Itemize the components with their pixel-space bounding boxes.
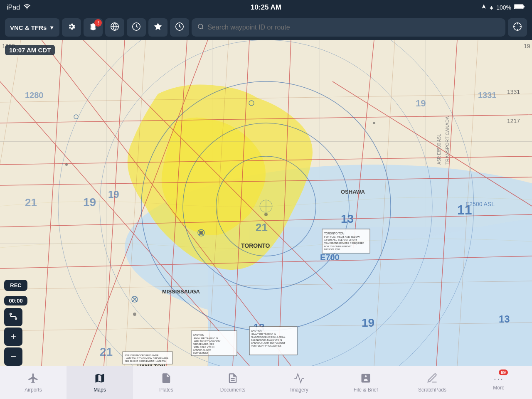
svg-text:1217: 1217: [507, 118, 520, 124]
svg-text:FOR VFR PROCEDURES OVER: FOR VFR PROCEDURES OVER: [125, 354, 159, 357]
status-bar: iPad 10:25 AM ∗ 100%: [0, 0, 532, 15]
recents-icon: [175, 22, 184, 33]
svg-point-6: [198, 24, 203, 29]
rec-label: REC: [10, 282, 21, 288]
svg-text:HEAVY IFR TRAFFIC IN: HEAVY IFR TRAFFIC IN: [193, 337, 218, 340]
scratchpads-icon: [426, 372, 438, 386]
svg-rect-1: [523, 6, 525, 7]
map-type-button[interactable]: VNC & TFRs ▼: [5, 18, 59, 37]
svg-point-92: [264, 213, 268, 216]
airports-label: Airports: [25, 387, 42, 393]
battery-icon: [514, 4, 525, 11]
svg-text:TRANSPONDER MODE C REQUIRED: TRANSPONDER MODE C REQUIRED: [324, 242, 364, 244]
svg-text:ASR E8500 ASL: ASR E8500 ASL: [437, 134, 441, 165]
svg-text:19: 19: [524, 43, 530, 49]
svg-text:21: 21: [256, 221, 268, 234]
svg-point-93: [199, 231, 203, 235]
settings-button[interactable]: [62, 18, 81, 37]
svg-text:FOR FLIGHT PROCEDURES: FOR FLIGHT PROCEDURES: [251, 345, 281, 347]
favorites-button[interactable]: [148, 18, 167, 37]
airports-icon: [27, 372, 39, 386]
filebrief-icon: [360, 372, 372, 386]
minus-icon: −: [10, 351, 16, 362]
maps-label: Maps: [94, 387, 106, 393]
svg-text:12 000 ASL SEE VTA CHART: 12 000 ASL SEE VTA CHART: [324, 239, 357, 241]
svg-text:E2500 ASL: E2500 ASL: [466, 201, 495, 207]
more-label: More: [493, 385, 504, 391]
recents-button[interactable]: [170, 18, 189, 37]
svg-point-96: [373, 122, 375, 124]
svg-text:13: 13: [341, 212, 354, 225]
svg-text:HEAVY IFR TRAFFIC IN: HEAVY IFR TRAFFIC IN: [251, 333, 276, 335]
svg-text:CAUTION: CAUTION: [251, 330, 262, 332]
more-badge: 69: [499, 369, 508, 375]
tab-scratchpads[interactable]: ScratchPads: [399, 366, 466, 399]
search-input[interactable]: [207, 24, 500, 31]
ipad-label: iPad: [7, 4, 20, 11]
zoom-out-button[interactable]: −: [4, 347, 22, 366]
crosshair-icon: [513, 22, 522, 33]
svg-text:HAMILTON CITY/SKYWAY: HAMILTON CITY/SKYWAY: [193, 340, 221, 342]
rec-button[interactable]: REC: [4, 280, 27, 291]
maps-icon: [94, 372, 106, 386]
svg-text:FOR FLIGHTS AT AND BELOW: FOR FLIGHTS AT AND BELOW: [324, 236, 360, 238]
plus-icon: +: [10, 331, 16, 342]
imagery-label: Imagery: [290, 387, 308, 393]
svg-text:HAMILTON CITY/SKYWAY BRIDGE AR: HAMILTON CITY/SKYWAY BRIDGE AREA: [125, 357, 168, 360]
crosshair-button[interactable]: [508, 18, 527, 37]
status-right: ∗ 100%: [481, 4, 525, 11]
layers-button[interactable]: !: [84, 18, 103, 37]
svg-text:CANADA FLIGHT SUPPLEMENT: CANADA FLIGHT SUPPLEMENT: [251, 342, 286, 344]
tab-documents[interactable]: Documents: [200, 366, 266, 399]
search-bar[interactable]: [192, 18, 505, 37]
tab-filebrief[interactable]: File & Brief: [332, 366, 399, 399]
search-icon: [197, 23, 204, 32]
tab-bar: Airports Maps Plates Documents: [0, 366, 532, 399]
chevron-down-icon: ▼: [49, 25, 54, 31]
wifi-icon: [23, 4, 31, 11]
time-overlay: 10:07 AM CDT: [5, 45, 55, 55]
svg-text:SEE NIAGARA FALLS VTC IN: SEE NIAGARA FALLS VTC IN: [251, 339, 282, 341]
svg-text:TORONTO TCA: TORONTO TCA: [324, 232, 344, 235]
svg-text:SEE FLIGHT SUPPLEMENT HAMILTON: SEE FLIGHT SUPPLEMENT HAMILTON: [125, 360, 166, 362]
more-icon: ···: [494, 374, 504, 384]
notification-badge: !: [94, 19, 102, 27]
tab-maps[interactable]: Maps: [66, 366, 133, 399]
plates-icon: [160, 372, 172, 386]
svg-text:CANADA FLIGHT: CANADA FLIGHT: [193, 349, 211, 351]
svg-point-94: [133, 313, 136, 316]
nav-bar: VNC & TFRs ▼ !: [0, 15, 532, 40]
status-left: iPad: [7, 4, 31, 11]
rec-time: 00:00: [4, 296, 27, 305]
tab-more[interactable]: ··· 69 More: [466, 366, 532, 399]
scratchpads-label: ScratchPads: [418, 387, 446, 393]
tab-plates[interactable]: Plates: [133, 366, 200, 399]
svg-text:19: 19: [362, 316, 374, 329]
svg-text:19: 19: [416, 98, 426, 108]
svg-text:E700: E700: [320, 253, 340, 262]
tab-airports[interactable]: Airports: [0, 366, 66, 399]
tab-imagery[interactable]: Imagery: [266, 366, 332, 399]
svg-point-95: [65, 163, 68, 166]
clock-button[interactable]: [127, 18, 146, 37]
star-icon: [153, 22, 163, 33]
route-button[interactable]: [4, 308, 22, 326]
globe-icon: [110, 22, 119, 33]
svg-text:DATA 509 7701: DATA 509 7701: [324, 248, 340, 251]
map-type-label: VNC & TFRs: [10, 24, 47, 31]
location-arrow-icon: [481, 4, 487, 11]
svg-text:19: 19: [108, 189, 119, 200]
svg-text:1280: 1280: [25, 91, 44, 100]
map-area[interactable]: 13 11 E2500 ASL 19 13 13 19 21 19 21 E70…: [0, 40, 532, 366]
svg-text:21: 21: [100, 345, 113, 358]
svg-text:TRANSPORT CANADA: TRANSPORT CANADA: [445, 116, 450, 165]
zoom-in-button[interactable]: +: [4, 328, 22, 346]
globe-button[interactable]: [105, 18, 124, 37]
map-canvas: 13 11 E2500 ASL 19 13 13 19 21 19 21 E70…: [0, 40, 532, 366]
svg-text:SUPPLEMENT: SUPPLEMENT: [193, 352, 209, 354]
imagery-icon: [293, 372, 305, 386]
battery-label: 100%: [496, 4, 511, 11]
svg-point-120: [15, 318, 17, 319]
svg-text:NIAGARA/SCENIC FALLS AREA.: NIAGARA/SCENIC FALLS AREA.: [251, 336, 286, 338]
svg-text:FOR TORONTO AIRPORT: FOR TORONTO AIRPORT: [324, 245, 352, 248]
